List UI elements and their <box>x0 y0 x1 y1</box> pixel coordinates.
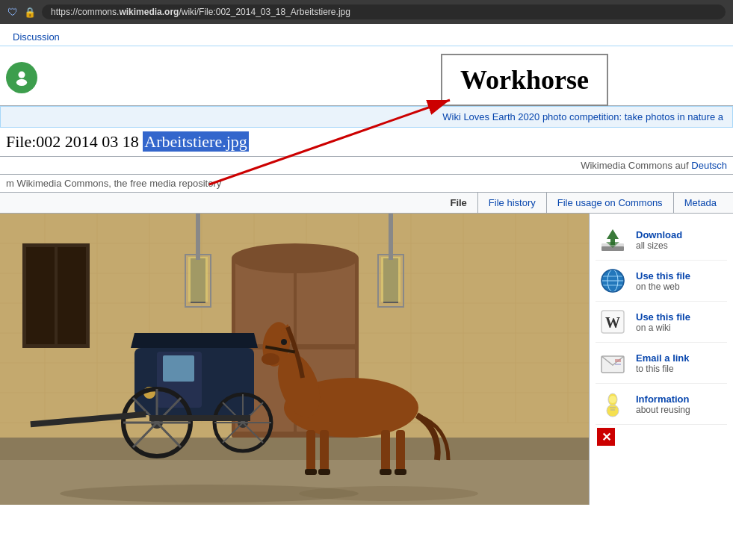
workhorse-title: Workhorse <box>460 65 589 95</box>
use-wiki-title: Use this file <box>636 311 690 323</box>
scene-svg <box>0 214 589 505</box>
url-bar[interactable]: https://commons.wikimedia.org/wiki/File:… <box>42 4 726 19</box>
svg-rect-75 <box>305 469 317 475</box>
svg-point-100 <box>609 396 616 403</box>
use-web-text: Use this file on the web <box>636 270 690 292</box>
svg-point-2 <box>16 78 27 85</box>
sidebar-actions: Download all sizes Use <box>589 214 733 505</box>
svg-rect-48 <box>163 355 194 382</box>
download-icon <box>597 224 628 255</box>
wikimedia-logo <box>6 62 37 93</box>
action-download[interactable]: Download all sizes <box>596 220 727 261</box>
sub-from: m Wikimedia Commons, the free media repo… <box>0 175 733 193</box>
page-wrapper: Discussion Workhorse <box>0 24 733 505</box>
wiki-icon: W <box>597 306 628 337</box>
svg-rect-39 <box>196 214 200 260</box>
svg-rect-35 <box>188 257 208 302</box>
wiki-banner: Wiki Loves Earth 2020 photo competition:… <box>0 106 733 128</box>
file-tab-file[interactable]: File <box>439 193 477 213</box>
horse-image <box>0 214 589 505</box>
svg-rect-43 <box>58 247 86 344</box>
svg-rect-95 <box>615 364 621 365</box>
top-area: Workhorse <box>0 46 733 106</box>
tab-discussion[interactable]: Discussion <box>3 28 69 46</box>
svg-rect-94 <box>615 359 621 362</box>
svg-rect-38 <box>381 257 400 302</box>
svg-rect-71 <box>306 430 315 471</box>
from-line: Wikimedia Commons auf Deutsch <box>0 157 733 175</box>
svg-rect-42 <box>26 247 55 344</box>
svg-rect-40 <box>389 214 393 260</box>
globe-icon <box>597 265 628 296</box>
svg-point-68 <box>281 339 287 345</box>
info-title: Information <box>636 393 690 405</box>
file-tab-history[interactable]: File history <box>477 193 546 213</box>
workhorse-box: Workhorse <box>441 54 608 106</box>
svg-point-80 <box>299 486 478 501</box>
url-domain: wikimedia.org <box>119 7 179 17</box>
svg-point-96 <box>607 405 619 417</box>
svg-point-1 <box>18 71 25 78</box>
action-info[interactable]: Information about reusing <box>596 384 727 425</box>
lang-link[interactable]: Deutsch <box>691 160 727 171</box>
page-title: File:002 2014 03 18 Arbeitstiere.jpg <box>6 132 727 152</box>
email-subtitle: to this file <box>636 364 690 374</box>
download-subtitle: all sizes <box>636 240 682 251</box>
page-title-link[interactable]: Arbeitstiere.jpg <box>143 131 248 152</box>
url-suffix: /wiki/File:002_2014_03_18_Arbeitstiere.j… <box>179 7 350 17</box>
use-wiki-text: Use this file on a wiki <box>636 311 690 333</box>
url-prefix: https://commons. <box>51 7 119 17</box>
svg-rect-73 <box>381 430 390 471</box>
email-text: Email a link to this file <box>636 352 690 374</box>
svg-point-30 <box>232 243 359 273</box>
svg-rect-72 <box>320 430 329 471</box>
email-icon <box>597 347 628 379</box>
lock-icon: 🔒 <box>24 7 36 18</box>
logo-area <box>0 62 46 93</box>
image-area <box>0 214 589 505</box>
action-use-wiki[interactable]: W Use this file on a wiki <box>596 302 727 343</box>
download-title: Download <box>636 229 682 240</box>
file-tab-metada[interactable]: Metada <box>673 193 727 213</box>
logo-svg <box>12 68 31 87</box>
browser-bar: 🛡 🔒 https://commons.wikimedia.org/wiki/F… <box>0 0 733 24</box>
svg-rect-27 <box>297 262 355 344</box>
file-tabs: File File history File usage on Commons … <box>0 193 733 214</box>
svg-rect-74 <box>396 430 405 471</box>
info-text: Information about reusing <box>636 393 690 415</box>
info-subtitle: about reusing <box>636 405 690 415</box>
svg-text:W: W <box>605 314 620 331</box>
email-title: Email a link <box>636 352 690 364</box>
info-icon <box>597 388 628 420</box>
from-text: Wikimedia Commons auf <box>581 160 691 171</box>
shield-icon: 🛡 <box>7 6 18 18</box>
action-use-web[interactable]: Use this file on the web <box>596 261 727 302</box>
svg-rect-62 <box>149 415 250 421</box>
svg-rect-76 <box>318 469 330 475</box>
file-tab-usage[interactable]: File usage on Commons <box>546 193 673 213</box>
tabs-bar: Discussion <box>0 24 733 46</box>
main-content: Download all sizes Use <box>0 214 733 505</box>
use-web-subtitle: on the web <box>636 281 690 292</box>
page-title-area: File:002 2014 03 18 Arbeitstiere.jpg <box>0 128 733 157</box>
action-email[interactable]: Email a link to this file <box>596 343 727 384</box>
svg-point-67 <box>262 353 279 365</box>
svg-rect-77 <box>380 469 392 475</box>
sub-from-text: m Wikimedia Commons, the free media repo… <box>6 178 221 189</box>
use-wiki-subtitle: on a wiki <box>636 323 690 333</box>
use-web-title: Use this file <box>636 270 690 281</box>
svg-rect-78 <box>395 469 406 475</box>
page-title-prefix: File:002 2014 03 18 <box>6 132 143 151</box>
wiki-banner-text: Wiki Loves Earth 2020 photo competition:… <box>442 111 723 122</box>
error-icon: ✕ <box>597 428 615 446</box>
download-text: Download all sizes <box>636 229 682 251</box>
error-icon-wrap: ✕ <box>596 425 727 449</box>
